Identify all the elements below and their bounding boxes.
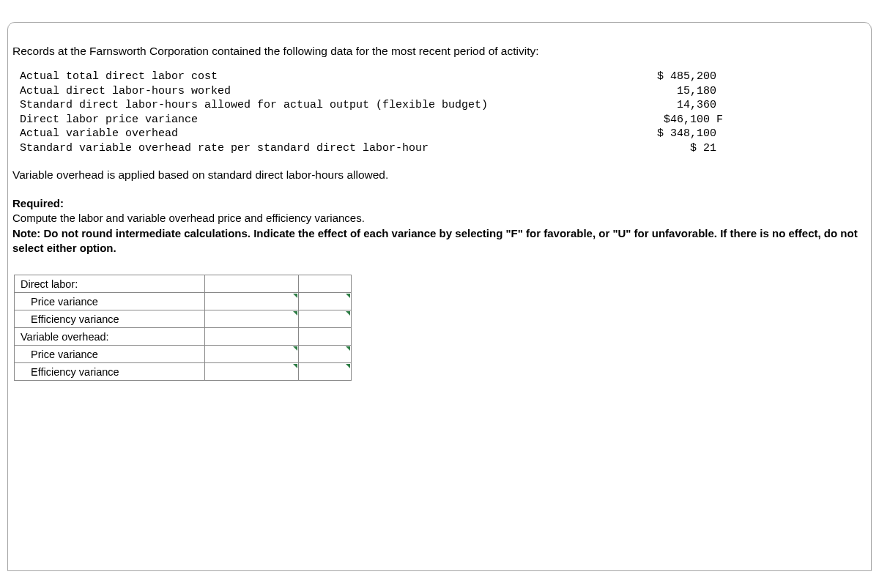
table-row: Price variance xyxy=(15,293,352,310)
table-row: Efficiency variance xyxy=(15,363,352,381)
data-label: Actual variable overhead xyxy=(20,127,178,141)
data-value: $46,100 F xyxy=(635,113,723,127)
data-row: Standard direct labor-hours allowed for … xyxy=(20,98,723,113)
table-row: Price variance xyxy=(15,346,352,363)
data-row: Direct labor price variance $46,100 F xyxy=(20,113,723,127)
data-block: Actual total direct labor cost $ 485,200… xyxy=(20,70,867,155)
dl-eff-fu-select[interactable] xyxy=(299,310,352,328)
empty-cell xyxy=(299,328,352,346)
section-header-variable-oh: Variable overhead: xyxy=(15,328,205,346)
dropdown-indicator-icon xyxy=(293,364,297,368)
dropdown-indicator-icon xyxy=(346,346,350,351)
problem-frame: Records at the Farnsworth Corporation co… xyxy=(7,22,872,571)
dl-eff-amount-input[interactable] xyxy=(205,310,299,328)
answer-table: Direct labor: Price variance Efficiency … xyxy=(14,275,352,381)
required-line1: Compute the labor and variable overhead … xyxy=(12,211,867,226)
dl-price-fu-select[interactable] xyxy=(299,293,352,310)
empty-cell xyxy=(205,275,299,293)
dl-price-amount-input[interactable] xyxy=(205,293,299,310)
data-row: Standard variable overhead rate per stan… xyxy=(20,141,723,156)
row-label-dl-eff: Efficiency variance xyxy=(15,310,205,328)
data-label: Standard variable overhead rate per stan… xyxy=(20,141,429,156)
row-label-dl-price: Price variance xyxy=(15,293,205,310)
vo-eff-amount-input[interactable] xyxy=(205,363,299,381)
dropdown-indicator-icon xyxy=(293,311,297,316)
vo-price-fu-select[interactable] xyxy=(299,346,352,363)
section-header-direct-labor: Direct labor: xyxy=(15,275,205,293)
data-label: Actual direct labor-hours worked xyxy=(20,84,231,99)
data-value: $ 348,100 xyxy=(635,127,723,141)
data-label: Standard direct labor-hours allowed for … xyxy=(20,98,488,113)
dropdown-indicator-icon xyxy=(293,294,297,298)
required-block: Required: Compute the labor and variable… xyxy=(12,196,867,256)
data-value: $ 485,200 xyxy=(635,70,723,84)
dropdown-indicator-icon xyxy=(293,346,297,351)
table-row: Efficiency variance xyxy=(15,310,352,328)
required-title: Required: xyxy=(12,196,867,211)
data-value: 15,180 xyxy=(635,84,723,99)
data-value: $ 21 xyxy=(635,141,723,156)
required-note: Note: Do not round intermediate calculat… xyxy=(12,226,867,256)
row-label-vo-eff: Efficiency variance xyxy=(15,363,205,381)
row-label-vo-price: Price variance xyxy=(15,346,205,363)
table-row: Direct labor: xyxy=(15,275,352,293)
dropdown-indicator-icon xyxy=(346,364,350,368)
data-row: Actual direct labor-hours worked 15,180 xyxy=(20,84,723,99)
data-row: Actual variable overhead $ 348,100 xyxy=(20,127,723,141)
empty-cell xyxy=(299,275,352,293)
dropdown-indicator-icon xyxy=(346,311,350,316)
dropdown-indicator-icon xyxy=(346,294,350,298)
table-row: Variable overhead: xyxy=(15,328,352,346)
vo-eff-fu-select[interactable] xyxy=(299,363,352,381)
data-value: 14,360 xyxy=(635,98,723,113)
data-label: Actual total direct labor cost xyxy=(20,70,218,84)
data-row: Actual total direct labor cost $ 485,200 xyxy=(20,70,723,84)
vo-price-amount-input[interactable] xyxy=(205,346,299,363)
applied-note: Variable overhead is applied based on st… xyxy=(12,168,867,182)
intro-text: Records at the Farnsworth Corporation co… xyxy=(12,45,867,58)
empty-cell xyxy=(205,328,299,346)
data-label: Direct labor price variance xyxy=(20,113,198,127)
